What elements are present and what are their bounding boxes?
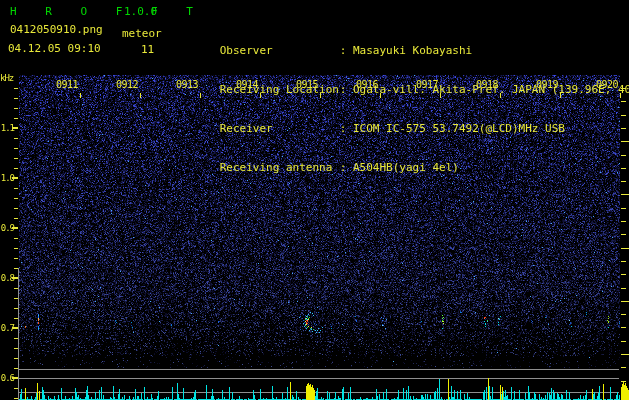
freq-tick-label: 1.1 [0, 123, 14, 133]
receiver-value: ICOM IC-575 53.7492(@LCD)MHz USB [353, 122, 565, 135]
colon: : [340, 44, 347, 57]
app-version: 1.0.0 [124, 5, 157, 18]
app-title: H R O F F T [10, 5, 204, 18]
freq-tick-label: 0.8 [0, 273, 14, 283]
freq-tick-label: 0.7 [0, 323, 14, 333]
time-tick-label: 0914 [227, 79, 267, 90]
station-info-block: Observer: Masayuki Kobayashi Receiving L… [180, 5, 629, 187]
output-filename: 0412050910.png [10, 23, 103, 36]
receiving-antenna-row: Receiving antenna: A504HB(yagi 4el) [180, 148, 629, 161]
time-tick-label: 0918 [467, 79, 507, 90]
freq-tick-label: 0.9 [0, 223, 14, 233]
receiving-antenna-value: A504HB(yagi 4el) [353, 161, 459, 174]
receiver-row: Receiver: ICOM IC-575 53.7492(@LCD)MHz U… [180, 109, 629, 122]
observer-row: Observer: Masayuki Kobayashi [180, 31, 629, 44]
colon: : [340, 83, 347, 96]
time-tick-label: 0915 [287, 79, 327, 90]
mode-label: meteor [122, 27, 162, 40]
receiving-antenna-label: Receiving antenna [220, 161, 340, 174]
hrofft-screen: H R O F F T 1.0.0 0412050910.png meteor … [0, 0, 629, 400]
observer-value: Masayuki Kobayashi [353, 44, 472, 57]
colon: : [340, 122, 347, 135]
time-tick-label: 0916 [347, 79, 387, 90]
receiver-label: Receiver [220, 122, 340, 135]
time-tick-label: 0920 [587, 79, 627, 90]
time-tick-label: 0919 [527, 79, 567, 90]
time-tick-label: 0911 [47, 79, 87, 90]
time-tick-label: 0912 [107, 79, 147, 90]
observer-label: Observer [220, 44, 340, 57]
time-tick-label: 0913 [167, 79, 207, 90]
freq-axis-unit-label: kHz [0, 73, 13, 83]
meteor-count: 11 [141, 43, 154, 56]
time-tick-label: 0917 [407, 79, 447, 90]
colon: : [340, 161, 347, 174]
observation-datetime: 04.12.05 09:10 [8, 42, 101, 55]
freq-tick-label: 1.0 [0, 173, 14, 183]
freq-tick-label: 0.6 [0, 373, 14, 383]
